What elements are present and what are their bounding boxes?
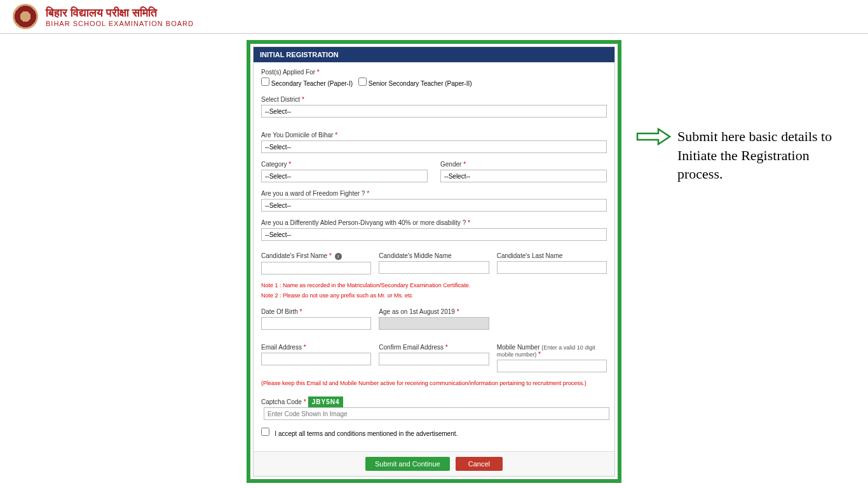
district-select[interactable]	[261, 105, 607, 118]
post-opt1-label: Secondary Teacher (Paper-I)	[271, 80, 353, 87]
email-input[interactable]	[261, 353, 371, 365]
captcha-input[interactable]	[264, 407, 609, 420]
terms-label: I accept all terms and conditions mentio…	[275, 430, 458, 437]
cancel-button[interactable]: Cancel	[456, 457, 503, 471]
domicile-label: Are You Domicile of Bihar	[261, 132, 607, 139]
email-label: Email Address	[261, 344, 371, 351]
site-header: बिहार विद्यालय परीक्षा समिति BIHAR SCHOO…	[0, 0, 868, 34]
freedom-fighter-select[interactable]	[261, 199, 607, 212]
terms-checkbox[interactable]	[261, 428, 269, 436]
logo-icon	[13, 4, 38, 29]
last-name-label: Candidate's Last Name	[497, 252, 607, 259]
post-opt2-label: Senior Secondary Teacher (Paper-II)	[369, 80, 472, 87]
registration-panel: INITIAL REGISTRATION Post(s) Applied For…	[253, 46, 615, 477]
arrow-icon	[636, 127, 671, 146]
gender-select[interactable]	[440, 170, 607, 182]
annotation-callout: Submit here basic details to Initiate th…	[636, 127, 843, 184]
mobile-input[interactable]	[497, 360, 607, 372]
disability-select[interactable]	[261, 228, 607, 241]
middle-name-label: Candidate's Middle Name	[379, 252, 489, 259]
mobile-label: Mobile Number (Enter a valid 10 digit mo…	[497, 344, 607, 358]
email-note: (Please keep this Email Id and Mobile Nu…	[261, 380, 607, 388]
captcha-label: Captcha Code	[261, 398, 306, 405]
posts-label: Post(s) Applied For	[261, 69, 607, 76]
annotation-text: Submit here basic details to Initiate th…	[677, 127, 843, 184]
freedom-fighter-label: Are you a ward of Freedom Fighter ?	[261, 190, 607, 197]
post-senior-secondary-checkbox[interactable]	[358, 78, 367, 86]
first-name-label: Candidate's First Name * i	[261, 252, 371, 260]
post-secondary-checkbox[interactable]	[261, 78, 269, 86]
domicile-select[interactable]	[261, 140, 607, 153]
submit-button[interactable]: Submit and Continue	[365, 457, 450, 471]
captcha-image: JBY5N4	[308, 396, 344, 407]
district-label: Select District	[261, 96, 607, 103]
last-name-input[interactable]	[497, 261, 607, 274]
gender-label: Gender	[440, 161, 607, 168]
name-note1: Note 1 : Name as recorded in the Matricu…	[261, 282, 607, 290]
dob-input[interactable]	[261, 317, 371, 330]
first-name-input[interactable]	[261, 262, 371, 274]
disability-label: Are you a Differently Abled Person-Divya…	[261, 219, 607, 226]
name-note2: Note 2 : Please do not use any prefix su…	[261, 292, 607, 300]
category-label: Category	[261, 161, 428, 168]
dob-label: Date Of Birth	[261, 308, 371, 315]
middle-name-input[interactable]	[379, 261, 489, 274]
age-label: Age as on 1st August 2019	[379, 308, 489, 315]
highlight-border: INITIAL REGISTRATION Post(s) Applied For…	[247, 40, 621, 483]
confirm-email-input[interactable]	[379, 353, 489, 365]
logo-text-block: बिहार विद्यालय परीक्षा समिति BIHAR SCHOO…	[46, 6, 194, 27]
header-title-hindi: बिहार विद्यालय परीक्षा समिति	[46, 6, 194, 20]
panel-heading: INITIAL REGISTRATION	[254, 47, 614, 62]
confirm-email-label: Confirm Email Address	[379, 344, 489, 351]
age-display	[379, 317, 489, 330]
category-select[interactable]	[261, 170, 428, 182]
info-icon: i	[335, 253, 342, 260]
header-title-english: BIHAR SCHOOL EXAMINATION BOARD	[46, 20, 194, 27]
